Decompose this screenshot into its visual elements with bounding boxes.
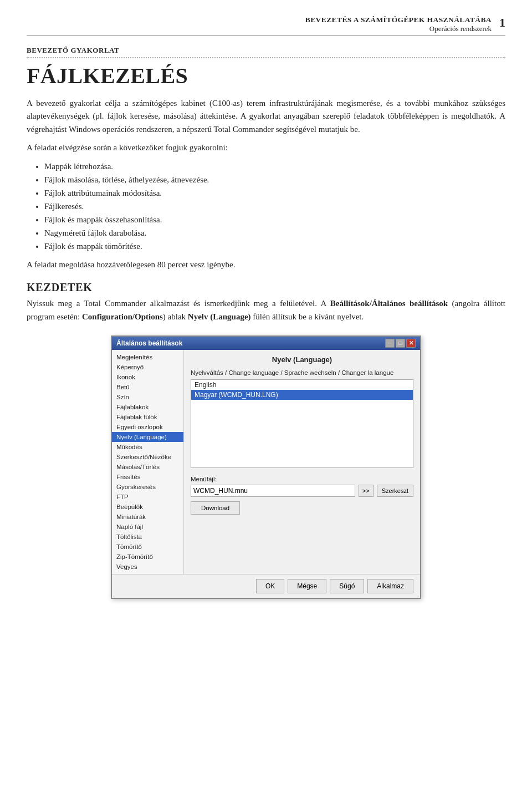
nav-item-ikonok[interactable]: Ikonok bbox=[112, 372, 183, 382]
nav-item-szin[interactable]: Szín bbox=[112, 392, 183, 402]
nav-item-beepulok[interactable]: Beépülők bbox=[112, 502, 183, 512]
megse-button[interactable]: Mégse bbox=[288, 579, 326, 593]
nav-item-naplo[interactable]: Napló fájl bbox=[112, 522, 183, 532]
list-item: Fájlok attribútumainak módosítása. bbox=[44, 186, 505, 200]
maximize-button[interactable]: □ bbox=[396, 339, 405, 348]
ok-button[interactable]: OK bbox=[256, 579, 284, 593]
dotted-divider bbox=[27, 57, 505, 58]
lang-list-item-english[interactable]: English bbox=[191, 380, 413, 390]
intro-paragraph: A bevezető gyakorlat célja a számítógépe… bbox=[27, 97, 505, 136]
header-sub-title: Operációs rendszerek bbox=[305, 24, 492, 33]
practice-intro: A feladat elvégzése során a következőket… bbox=[27, 141, 505, 154]
menufajl-label: Menüfájl: bbox=[191, 476, 413, 482]
dialog-body: Megjelenítés Képernyő Ikonok Betű Szín F… bbox=[112, 350, 420, 574]
dialog-window: Általános beállítások ─ □ ✕ Megjelenítés… bbox=[111, 335, 421, 599]
download-btn-row: Download bbox=[191, 501, 413, 515]
arrow-button[interactable]: >> bbox=[359, 485, 374, 497]
menufajl-row: >> Szerkeszt bbox=[191, 485, 413, 497]
dialog-content: Nyelv (Language) Nyelvváltás / Change la… bbox=[184, 350, 420, 574]
screenshot-container: Általános beállítások ─ □ ✕ Megjelenítés… bbox=[27, 335, 505, 599]
nav-item-fajlablakok[interactable]: Fájlablakok bbox=[112, 402, 183, 412]
nav-item-nyelv[interactable]: Nyelv (Language) bbox=[112, 432, 183, 442]
dialog-title: Általános beállítások bbox=[116, 339, 182, 347]
titlebar-buttons: ─ □ ✕ bbox=[385, 339, 416, 348]
nav-item-ftp[interactable]: FTP bbox=[112, 492, 183, 502]
dialog-nav: Megjelenítés Képernyő Ikonok Betű Szín F… bbox=[112, 350, 184, 574]
nav-item-fajlablak-fulok[interactable]: Fájlablak fülök bbox=[112, 412, 183, 422]
dialog-footer: OK Mégse Súgó Alkalmaz bbox=[112, 574, 420, 598]
kezdetek-paragraph: Nyissuk meg a Total Commander alkalmazás… bbox=[27, 297, 505, 323]
nav-item-mukodes[interactable]: Működés bbox=[112, 442, 183, 452]
lang-list-item-magyar[interactable]: Magyar (WCMD_HUN.LNG) bbox=[191, 390, 413, 400]
download-button[interactable]: Download bbox=[191, 501, 240, 515]
content-title: Nyelv (Language) bbox=[191, 355, 413, 364]
list-item: Nagyméretű fájlok darabolása. bbox=[44, 226, 505, 240]
nav-item-betu[interactable]: Betű bbox=[112, 382, 183, 392]
nav-item-toltolista[interactable]: Töltőlista bbox=[112, 532, 183, 542]
page-number: 1 bbox=[499, 16, 505, 29]
sugo-button[interactable]: Súgó bbox=[330, 579, 364, 593]
nav-item-egyedi-oszlopok[interactable]: Egyedi oszlopok bbox=[112, 422, 183, 432]
page-header: BEVEZETÉS A SZÁMÍTÓGÉPEK HASZNÁLATÁBA Op… bbox=[27, 16, 505, 36]
header-title-block: BEVEZETÉS A SZÁMÍTÓGÉPEK HASZNÁLATÁBA Op… bbox=[305, 16, 492, 33]
list-item: Fájlok másolása, törlése, áthelyezése, á… bbox=[44, 173, 505, 186]
nav-item-szerkeszto[interactable]: Szerkesztő/Nézőke bbox=[112, 452, 183, 462]
nav-item-frissites[interactable]: Frissítés bbox=[112, 472, 183, 482]
list-item: Mappák létrehozása. bbox=[44, 160, 505, 173]
nav-item-megjelenis[interactable]: Megjelenítés bbox=[112, 352, 183, 362]
nav-item-masolas[interactable]: Másolás/Törlés bbox=[112, 462, 183, 472]
header-main-title: BEVEZETÉS A SZÁMÍTÓGÉPEK HASZNÁLATÁBA bbox=[305, 16, 492, 24]
list-item: Fájlok és mappák tömörítése. bbox=[44, 240, 505, 253]
kezdetek-heading: KEZDETEK bbox=[27, 281, 505, 294]
page: BEVEZETÉS A SZÁMÍTÓGÉPEK HASZNÁLATÁBA Op… bbox=[0, 0, 532, 788]
menufajl-input[interactable] bbox=[191, 485, 355, 497]
bullet-list: Mappák létrehozása. Fájlok másolása, tör… bbox=[44, 160, 505, 253]
dialog-titlebar: Általános beállítások ─ □ ✕ bbox=[112, 337, 420, 350]
section-label: BEVEZETŐ GYAKORLAT bbox=[27, 46, 505, 55]
szerkeszt-button[interactable]: Szerkeszt bbox=[377, 485, 413, 497]
minimize-button[interactable]: ─ bbox=[385, 339, 395, 348]
alkalmaz-button[interactable]: Alkalmaz bbox=[367, 579, 413, 593]
list-item: Fájlkeresés. bbox=[44, 200, 505, 213]
nav-item-kepernyo[interactable]: Képernyő bbox=[112, 362, 183, 372]
nav-item-vegyes[interactable]: Vegyes bbox=[112, 562, 183, 572]
main-heading: FÁJLKEZELÉS bbox=[27, 64, 505, 88]
nav-item-miniaturas[interactable]: Miniatúrák bbox=[112, 512, 183, 522]
list-item: Fájlok és mappák összehasonlítása. bbox=[44, 213, 505, 226]
lang-label: Nyelvváltás / Change language / Sprache … bbox=[191, 369, 413, 376]
nav-item-gyorskereses[interactable]: Gyorskeresés bbox=[112, 482, 183, 492]
lang-list-box[interactable]: English Magyar (WCMD_HUN.LNG) bbox=[191, 379, 413, 468]
nav-item-zip[interactable]: Zip-Tömörítő bbox=[112, 552, 183, 562]
time-note: A feladat megoldása hozzávetőlegesen 80 … bbox=[27, 258, 505, 271]
nav-item-tomorito[interactable]: Tömörítő bbox=[112, 542, 183, 552]
close-button[interactable]: ✕ bbox=[406, 339, 416, 348]
